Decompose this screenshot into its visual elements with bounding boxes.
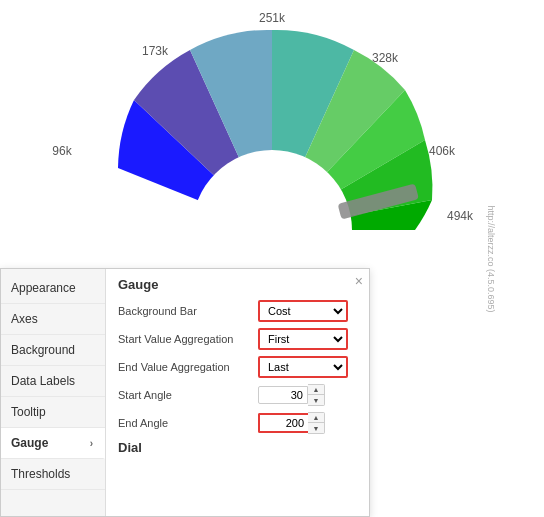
sidebar-item-data-labels[interactable]: Data Labels: [1, 366, 105, 397]
chart-area: 251k 173k 96k 328k 406k 494k 619k: [0, 0, 544, 280]
sidebar-item-tooltip[interactable]: Tooltip: [1, 397, 105, 428]
end-value-agg-control: First Last Min Max Average: [258, 356, 357, 378]
sidebar-item-appearance[interactable]: Appearance: [1, 273, 105, 304]
background-bar-control: Cost Value None: [258, 300, 357, 322]
sidebar-item-gauge[interactable]: Gauge ›: [1, 428, 105, 459]
end-angle-spinners: ▲ ▼: [308, 412, 325, 434]
label-left: 96k: [52, 144, 72, 158]
end-angle-row: End Angle ▲ ▼: [118, 412, 357, 434]
end-angle-up-button[interactable]: ▲: [308, 413, 324, 423]
end-angle-down-button[interactable]: ▼: [308, 423, 324, 433]
label-top-right: 328k: [372, 51, 399, 65]
sidebar-item-background[interactable]: Background: [1, 335, 105, 366]
label-top: 251k: [259, 11, 286, 25]
end-value-agg-row: End Value Aggregation First Last Min Max…: [118, 356, 357, 378]
end-value-agg-label: End Value Aggregation: [118, 361, 258, 373]
end-value-agg-select[interactable]: First Last Min Max Average: [258, 356, 348, 378]
end-angle-input[interactable]: [258, 413, 308, 433]
start-value-agg-label: Start Value Aggregation: [118, 333, 258, 345]
panel-main-content: × Gauge Background Bar Cost Value None S…: [106, 269, 369, 516]
start-value-agg-row: Start Value Aggregation First Last Min M…: [118, 328, 357, 350]
start-value-agg-control: First Last Min Max Average: [258, 328, 357, 350]
start-angle-label: Start Angle: [118, 389, 258, 401]
gauge-chart: 251k 173k 96k 328k 406k 494k 619k: [0, 0, 544, 280]
settings-panel: Appearance Axes Background Data Labels T…: [0, 268, 370, 517]
close-button[interactable]: ×: [355, 273, 363, 289]
sidebar: Appearance Axes Background Data Labels T…: [1, 269, 106, 516]
label-right: 406k: [429, 144, 456, 158]
start-value-agg-select[interactable]: First Last Min Max Average: [258, 328, 348, 350]
background-bar-select[interactable]: Cost Value None: [258, 300, 348, 322]
background-bar-row: Background Bar Cost Value None: [118, 300, 357, 322]
sidebar-item-axes[interactable]: Axes: [1, 304, 105, 335]
label-top-left: 173k: [142, 44, 169, 58]
end-angle-control: ▲ ▼: [258, 412, 357, 434]
section-title: Gauge: [118, 277, 357, 292]
start-angle-down-button[interactable]: ▼: [308, 395, 324, 405]
end-angle-label: End Angle: [118, 417, 258, 429]
start-angle-row: Start Angle ▲ ▼: [118, 384, 357, 406]
sidebar-item-thresholds[interactable]: Thresholds: [1, 459, 105, 490]
background-bar-label: Background Bar: [118, 305, 258, 317]
start-angle-spinners: ▲ ▼: [308, 384, 325, 406]
start-angle-input[interactable]: [258, 386, 308, 404]
start-angle-up-button[interactable]: ▲: [308, 385, 324, 395]
dial-section-title: Dial: [118, 440, 357, 455]
gauge-arrow-icon: ›: [90, 438, 93, 449]
label-bottom-right: 494k: [447, 209, 474, 223]
start-angle-control: ▲ ▼: [258, 384, 357, 406]
watermark: http://alterzz.co (4.5.0.695): [485, 205, 495, 312]
